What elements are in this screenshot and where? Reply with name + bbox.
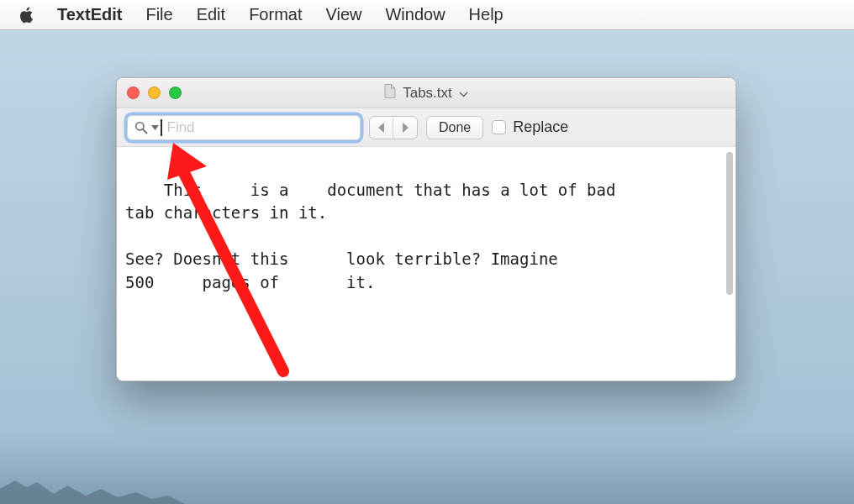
- text-caret: [161, 119, 162, 136]
- find-next-button[interactable]: [393, 117, 417, 139]
- textedit-window: Tabs.txt Done Rep: [116, 77, 736, 381]
- title-chevron-icon: [459, 85, 468, 102]
- svg-line-1: [143, 129, 147, 133]
- window-title: Tabs.txt: [403, 85, 452, 102]
- replace-checkbox[interactable]: [492, 120, 506, 134]
- document-text[interactable]: This is a document that has a lot of bad…: [125, 181, 615, 291]
- document-icon: [384, 84, 396, 102]
- text-editor[interactable]: This is a document that has a lot of bad…: [117, 147, 735, 381]
- wallpaper-mountains: [0, 470, 185, 504]
- title-bar[interactable]: Tabs.txt: [117, 78, 735, 108]
- find-previous-button[interactable]: [370, 117, 393, 139]
- find-bar: Done Replace: [117, 108, 735, 147]
- menu-view[interactable]: View: [325, 5, 361, 24]
- replace-label: Replace: [513, 118, 568, 136]
- window-zoom-button[interactable]: [169, 87, 182, 99]
- apple-menu[interactable]: [18, 7, 34, 24]
- traffic-lights: [127, 87, 182, 99]
- scrollbar-thumb[interactable]: [726, 152, 733, 295]
- window-close-button[interactable]: [127, 87, 140, 99]
- menu-window[interactable]: Window: [385, 5, 445, 24]
- find-input[interactable]: [167, 119, 356, 136]
- search-options-chevron-icon[interactable]: [151, 125, 159, 130]
- app-name-menu[interactable]: TextEdit: [57, 5, 122, 24]
- menu-edit[interactable]: Edit: [197, 5, 225, 24]
- find-field[interactable]: [127, 115, 361, 140]
- find-prev-next: [369, 116, 418, 139]
- search-icon[interactable]: [134, 121, 148, 134]
- done-button[interactable]: Done: [426, 116, 483, 139]
- menu-file[interactable]: File: [145, 5, 172, 24]
- replace-toggle[interactable]: Replace: [492, 118, 568, 136]
- menu-bar: TextEdit File Edit Format View Window He…: [0, 0, 854, 30]
- menu-help[interactable]: Help: [469, 5, 503, 24]
- window-minimize-button[interactable]: [148, 87, 161, 99]
- menu-format[interactable]: Format: [249, 5, 302, 24]
